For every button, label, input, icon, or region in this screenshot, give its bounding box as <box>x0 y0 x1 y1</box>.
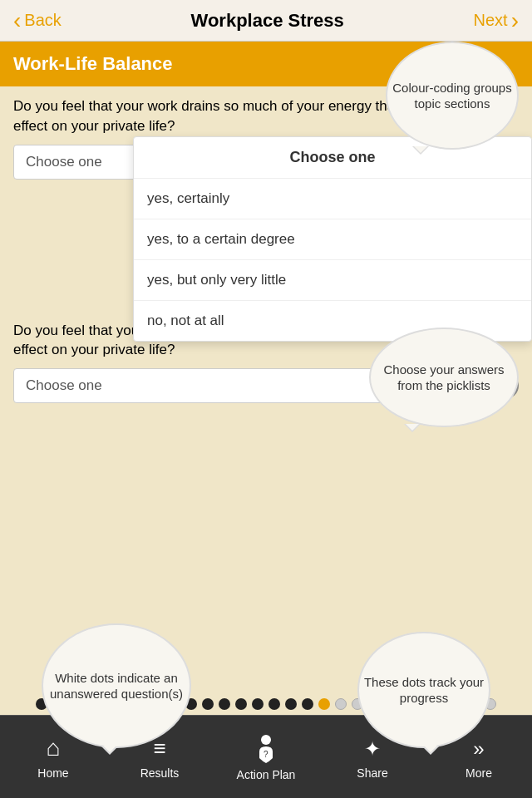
action-plan-label: Action Plan <box>237 768 296 781</box>
top-nav: Back Workplace Stress Next <box>0 0 532 42</box>
progress-dot-16 <box>302 698 313 710</box>
picklist-item-0[interactable]: yes, certainly <box>134 179 531 219</box>
progress-dot-13 <box>252 698 264 710</box>
chevron-left-icon <box>13 7 21 34</box>
share-icon <box>364 735 381 761</box>
groups-topic-text: Colour-coding groups topic sections <box>387 80 517 112</box>
next-label: Next <box>474 11 508 30</box>
more-label: More <box>466 766 492 780</box>
progress-dot-10 <box>202 698 214 710</box>
nav-action-plan[interactable]: ? Action Plan <box>213 733 319 781</box>
progress-dot-14 <box>268 698 280 710</box>
progress-dot-12 <box>235 698 247 710</box>
picklist-item-1[interactable]: yes, to a certain degree <box>134 219 531 260</box>
picklist-bubble-text: Choose your answers from the picklists <box>371 362 517 394</box>
next-button[interactable]: Next <box>474 7 519 34</box>
home-label: Home <box>37 766 68 780</box>
dropdown-1-placeholder: Choose one <box>26 154 102 170</box>
svg-text:?: ? <box>264 750 268 759</box>
picklist-dropdown: Choose one yes, certainly yes, to a cert… <box>133 136 532 342</box>
share-label: Share <box>357 766 387 780</box>
track-progress-text: These dots track your progress <box>359 674 489 707</box>
back-label: Back <box>24 11 61 30</box>
back-button[interactable]: Back <box>13 7 62 34</box>
track-progress-bubble: These dots track your progress <box>357 632 490 748</box>
home-icon <box>47 735 61 761</box>
results-label: Results <box>140 766 180 780</box>
more-icon <box>473 735 484 761</box>
progress-dot-15 <box>285 698 297 710</box>
progress-dot-17 <box>318 698 330 710</box>
progress-dot-18 <box>335 698 347 710</box>
picklist-bubble: Choose your answers from the picklists <box>369 328 519 427</box>
white-dots-text: White dots indicate an unanswered questi… <box>43 670 190 702</box>
svg-point-0 <box>261 735 271 745</box>
groups-topic-bubble: Colour-coding groups topic sections <box>386 42 519 150</box>
section-title: Work-Life Balance <box>13 53 173 74</box>
progress-dot-11 <box>219 698 230 710</box>
chevron-right-icon <box>511 7 519 34</box>
picklist-item-2[interactable]: yes, but only very little <box>134 260 531 301</box>
action-plan-icon: ? <box>251 733 281 763</box>
dropdown-2-placeholder: Choose one <box>26 377 102 394</box>
white-dots-bubble: White dots indicate an unanswered questi… <box>42 623 191 748</box>
page-title: Workplace Stress <box>191 10 344 32</box>
